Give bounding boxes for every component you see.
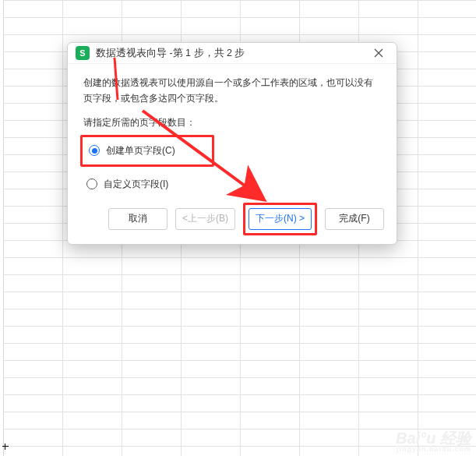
dialog-description: 创建的数据透视表可以使用源自一个或多个工作表的区域，也可以没有页字段，或包含多达… (83, 75, 381, 107)
dialog-titlebar: S 数据透视表向导 -第 1 步，共 2 步 (68, 43, 397, 64)
dialog-button-row: 取消 <上一步(B) 下一步(N) > 完成(F) (68, 195, 397, 248)
option-single-page-field[interactable]: 创建单页字段(C) (87, 140, 207, 161)
next-button[interactable]: 下一步(N) > (249, 208, 312, 230)
close-icon (374, 48, 383, 58)
radio-icon (86, 179, 97, 189)
app-icon: S (76, 46, 90, 60)
watermark: Bai°u 经验 jingyan.baidu.com (396, 430, 471, 453)
dialog-body: 创建的数据透视表可以使用源自一个或多个工作表的区域，也可以没有页字段，或包含多达… (68, 64, 397, 195)
back-button: <上一步(B) (175, 208, 235, 230)
option-label: 创建单页字段(C) (106, 143, 175, 158)
annotation-highlight-option: 创建单页字段(C) (80, 135, 214, 166)
finish-button[interactable]: 完成(F) (325, 208, 384, 230)
watermark-main: Bai°u 经验 (396, 429, 471, 447)
cell-insert-cursor (2, 444, 12, 453)
watermark-sub: jingyan.baidu.com (396, 446, 471, 453)
option-custom-page-field[interactable]: 自定义页字段(I) (85, 173, 381, 195)
dialog-title: 数据透视表向导 -第 1 步，共 2 步 (96, 47, 368, 60)
field-count-prompt: 请指定所需的页字段数目： (83, 115, 381, 130)
radio-icon (89, 145, 100, 156)
annotation-highlight-next: 下一步(N) > (243, 203, 317, 235)
pivot-wizard-dialog: S 数据透视表向导 -第 1 步，共 2 步 创建的数据透视表可以使用源自一个或… (67, 42, 397, 245)
option-label: 自定义页字段(I) (104, 176, 168, 192)
cancel-button[interactable]: 取消 (108, 208, 167, 230)
close-button[interactable] (368, 43, 389, 63)
